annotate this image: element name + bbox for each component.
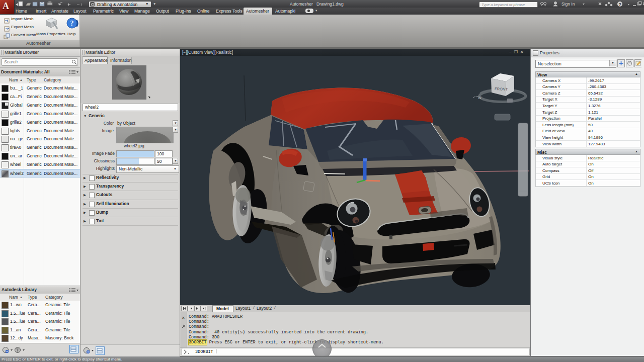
- svg-text:?: ?: [70, 20, 74, 27]
- svg-text:Sign In: Sign In: [561, 2, 575, 7]
- svg-text:W: W: [478, 96, 481, 100]
- svg-text:FRONT: FRONT: [495, 86, 508, 92]
- svg-text:?: ?: [618, 2, 621, 7]
